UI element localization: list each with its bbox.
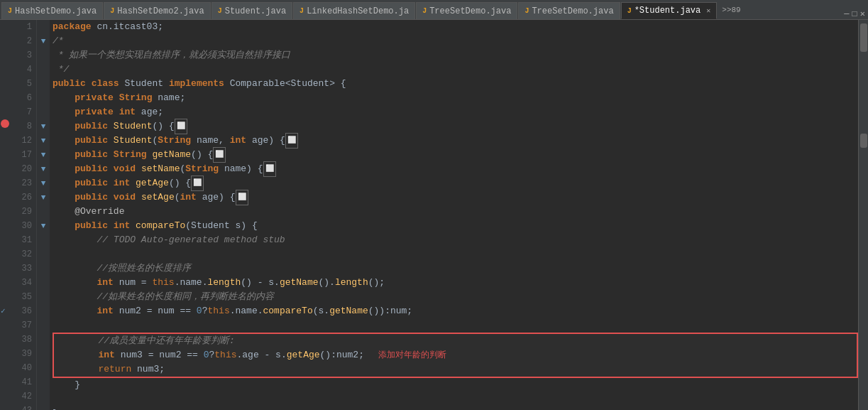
highlighted-code-block: //成员变量中还有年年龄要判断: int num3 = num2 == 0?th… [53, 333, 858, 378]
fold-icon-line26[interactable]: ▼ [37, 190, 50, 205]
java-icon: J [8, 7, 12, 15]
tab-treesetdemo2[interactable]: J TreeSetDemo.java [518, 2, 620, 19]
code-line-35: //如果姓名的长度相同，再判断姓名的内容 [53, 290, 858, 304]
tab-overflow[interactable]: >>89 [718, 6, 745, 14]
code-line-41: } [53, 378, 858, 392]
tab-treesetdemo[interactable]: J TreeSetDemo.java [416, 2, 517, 19]
java-icon: J [524, 7, 529, 15]
java-icon: J [422, 7, 427, 15]
java-icon: J [110, 7, 114, 15]
code-line-38: //成员变量中还有年年龄要判断: [54, 334, 857, 348]
code-line-6: private String name; [53, 91, 858, 105]
vertical-scrollbar[interactable] [858, 20, 868, 410]
fold-icon-line2[interactable]: ▼ [37, 34, 50, 48]
java-icon: J [218, 7, 222, 15]
code-line-8: public Student() {⬜ [53, 119, 858, 134]
code-line-37 [53, 318, 858, 333]
code-line-29: @Override [53, 205, 858, 219]
tab-label: LinkedHashSetDemo.ja [307, 6, 409, 16]
fold-icon-line17[interactable]: ▼ [37, 148, 50, 162]
java-icon: J [627, 7, 632, 15]
line-numbers: 1 2 3 4 5 6 7 8 12 17 20 23 26 29 30 31 … [11, 20, 37, 410]
code-line-39: int num3 = num2 == 0?this.age - s.getAge… [54, 348, 857, 362]
code-line-5: public class Student implements Comparab… [53, 77, 858, 91]
breakpoint-gutter: ✓ [0, 20, 11, 410]
tab-label: HashSetDemo2.java [117, 6, 204, 16]
code-line-20: public void setName(String name) {⬜ [53, 162, 858, 176]
code-line-42 [53, 392, 858, 406]
tab-hashsetdemo[interactable]: J HashSetDemo.java [1, 2, 103, 19]
code-line-4: */ [53, 63, 858, 77]
scroll-thumb[interactable] [860, 23, 867, 52]
maximize-icon[interactable]: □ [852, 9, 857, 19]
tab-label: *Student.java [634, 6, 701, 16]
code-line-32 [53, 247, 858, 261]
tab-label: TreeSetDemo.java [429, 6, 511, 16]
close-icon[interactable]: ✕ [860, 9, 865, 19]
tab-student-active[interactable]: J *Student.java ✕ [621, 2, 718, 19]
fold-icon-line23[interactable]: ▼ [37, 176, 50, 190]
code-line-17: public String getName() {⬜ [53, 148, 858, 162]
code-line-40: return num3; [54, 362, 857, 377]
code-editor[interactable]: package cn.itcast03; /* * 如果一个类想实现自然排序，就… [50, 20, 858, 410]
code-line-1: package cn.itcast03; [53, 20, 858, 34]
code-line-23: public int getAge() {⬜ [53, 176, 858, 190]
fold-icon-line20[interactable]: ▼ [37, 162, 50, 176]
fold-icon-line8[interactable]: ▼ [37, 119, 50, 134]
code-line-34: int num = this.name.length() - s.getName… [53, 276, 858, 290]
code-line-2: /* [53, 34, 858, 48]
scroll-thumb2[interactable] [860, 134, 867, 148]
tab-label: TreeSetDemo.java [532, 6, 613, 16]
tab-hashsetdemo2[interactable]: J HashSetDemo2.java [104, 2, 210, 19]
tab-bar: J HashSetDemo.java J HashSetDemo2.java J… [0, 0, 868, 20]
minimize-icon[interactable]: ─ [844, 9, 849, 19]
fold-icon-line12[interactable]: ▼ [37, 134, 50, 148]
tab-close-button[interactable]: ✕ [706, 6, 710, 15]
tab-linkedhashsetdemo[interactable]: J LinkedHashSetDemo.ja [293, 2, 415, 19]
fold-icon-line30[interactable]: ▼ [37, 219, 50, 233]
code-line-31: // TODO Auto-generated method stub [53, 233, 858, 247]
code-line-36: int num2 = num == 0?this.name.compareTo(… [53, 304, 858, 318]
code-line-30: public int compareTo(Student s) { [53, 219, 858, 233]
code-line-43: } [53, 406, 858, 410]
java-icon: J [300, 7, 304, 15]
tab-label: HashSetDemo.java [15, 6, 97, 16]
tab-label: Student.java [225, 6, 286, 16]
tab-student[interactable]: J Student.java [211, 2, 292, 19]
code-annotation: 添加对年龄的判断 [378, 348, 446, 362]
code-line-3: * 如果一个类想实现自然排序，就必须实现自然排序接口 [53, 48, 858, 63]
code-line-33: //按照姓名的长度排序 [53, 261, 858, 276]
code-line-7: private int age; [53, 105, 858, 119]
fold-gutter: ▼ ▼ ▼ ▼ ▼ ▼ ▼ ▼ [37, 20, 50, 410]
code-line-12: public Student(String name, int age) {⬜ [53, 134, 858, 148]
code-line-26: public void setAge(int age) {⬜ [53, 190, 858, 205]
editor-window: J HashSetDemo.java J HashSetDemo2.java J… [0, 0, 868, 410]
editor-body: ✓ 1 2 3 4 5 6 7 8 12 17 20 23 26 29 30 3… [0, 20, 868, 410]
